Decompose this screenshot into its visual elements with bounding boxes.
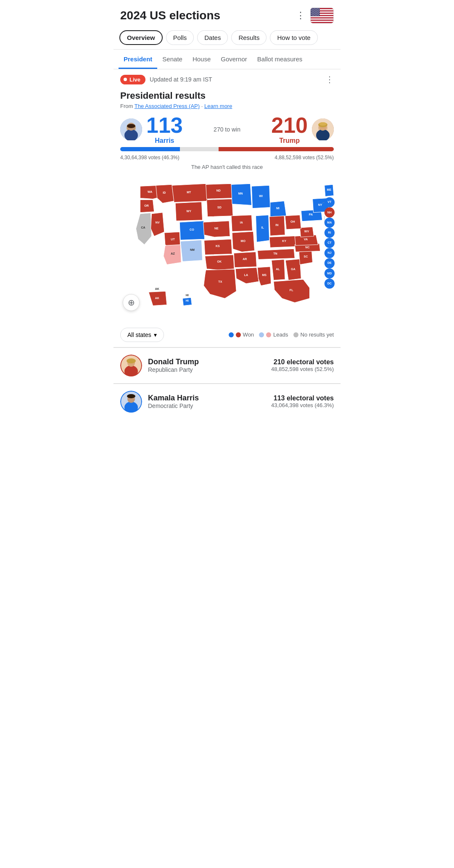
state-sd: [207, 199, 233, 216]
zoom-button[interactable]: ⊕: [123, 294, 140, 311]
bubble-label-nh: NH: [327, 211, 332, 214]
trump-list-info: Donald Trump Republican Party: [148, 358, 265, 373]
svg-point-36: [312, 13, 313, 14]
map-svg: WA OR CA ID NV MT WY UT CO AZ: [117, 174, 337, 318]
harris-list-item: Kamala Harris Democratic Party 113 elect…: [114, 384, 340, 419]
legend-no-results: No results yet: [293, 331, 334, 338]
state-ak: [149, 291, 167, 305]
electoral-map: WA OR CA ID NV MT WY UT CO AZ: [114, 174, 340, 319]
legend-red-dot: [236, 332, 241, 337]
tab-senate[interactable]: Senate: [157, 50, 187, 69]
source-link[interactable]: The Associated Press (AP): [135, 103, 200, 109]
state-ks: [204, 239, 232, 255]
svg-point-11: [316, 8, 317, 9]
svg-point-63: [319, 122, 327, 126]
page-header: 2024 US elections ⋮: [114, 0, 340, 28]
svg-point-16: [315, 9, 316, 10]
state-al: [272, 260, 285, 280]
svg-point-48: [313, 15, 314, 16]
legend-no-results-label: No results yet: [301, 331, 334, 338]
svg-point-76: [127, 394, 135, 398]
svg-point-23: [317, 10, 318, 11]
svg-point-46: [319, 14, 319, 15]
harris-popular-votes-full: 43,064,398 votes (46.3%): [271, 402, 334, 408]
updated-text: Updated at 9:19 am IST: [150, 76, 212, 83]
svg-point-51: [318, 15, 319, 16]
ap-notice: The AP hasn't called this race: [114, 162, 340, 174]
state-nv: [151, 213, 164, 236]
harris-electoral-votes-full: 113 electoral votes: [271, 395, 334, 402]
category-tabs: President Senate House Governor Ballot m…: [114, 50, 340, 69]
svg-point-45: [317, 14, 318, 15]
trump-side: 210 Trump: [244, 114, 334, 145]
header-actions: ⋮: [296, 8, 334, 24]
state-oh: [285, 215, 301, 229]
chevron-down-icon: ▾: [154, 331, 157, 338]
harris-party: Democratic Party: [148, 402, 265, 409]
state-me: [325, 184, 334, 196]
tab-ballot-measures[interactable]: Ballot measures: [252, 50, 308, 69]
state-il: [256, 215, 269, 242]
nav-tab-how-to-vote[interactable]: How to vote: [270, 30, 317, 45]
svg-point-22: [316, 10, 317, 11]
more-options-icon[interactable]: ⋮: [325, 74, 334, 84]
svg-point-34: [317, 12, 318, 13]
state-wy: [175, 202, 202, 221]
svg-point-14: [312, 9, 313, 10]
legend-leads-label: Leads: [273, 331, 288, 338]
harris-bar: [120, 147, 180, 151]
legend-gray-dot: [293, 332, 298, 337]
legend-leads: Leads: [259, 331, 288, 338]
flag-icon: [310, 8, 334, 24]
learn-more-link[interactable]: Learn more: [204, 103, 232, 109]
legend-row: All states ▾ Won Leads No results yet: [114, 323, 340, 347]
svg-point-13: [319, 8, 319, 9]
svg-point-20: [313, 10, 314, 11]
svg-point-71: [127, 358, 136, 363]
bubble-label-ri: RI: [328, 231, 331, 234]
bubble-label-de: DE: [327, 261, 332, 264]
live-badge: Live: [120, 75, 145, 84]
page-title: 2024 US elections: [120, 9, 220, 22]
svg-point-10: [314, 8, 315, 9]
svg-point-39: [317, 13, 317, 14]
trump-name: Trump: [271, 137, 308, 145]
svg-rect-5: [311, 18, 333, 20]
trump-full-name: Donald Trump: [148, 358, 265, 366]
state-id: [156, 184, 174, 203]
tab-president[interactable]: President: [119, 50, 157, 69]
bubble-label-ct: CT: [327, 241, 332, 244]
trump-votes-block: 210 Trump: [271, 114, 308, 145]
svg-point-50: [317, 15, 317, 16]
tab-governor[interactable]: Governor: [216, 50, 252, 69]
nav-tab-overview[interactable]: Overview: [119, 30, 163, 45]
svg-point-9: [313, 8, 314, 9]
svg-point-25: [312, 11, 313, 12]
live-bar: Live Updated at 9:19 am IST ⋮: [114, 69, 340, 88]
legend-blue-dot: [229, 332, 234, 337]
tab-house[interactable]: House: [187, 50, 216, 69]
trump-popular-votes: 4,88,52,598 votes (52.5%): [275, 155, 334, 160]
state-wi: [251, 185, 270, 208]
harris-list-info: Kamala Harris Democratic Party: [148, 394, 265, 409]
more-icon[interactable]: ⋮: [296, 10, 305, 21]
trump-bar: [219, 147, 334, 151]
bubble-label-md: MD: [327, 272, 332, 275]
trump-party: Republican Party: [148, 366, 265, 373]
nav-tab-dates[interactable]: Dates: [197, 30, 228, 45]
svg-point-57: [127, 124, 135, 128]
svg-point-47: [312, 15, 313, 16]
to-win-label: 270 to win: [210, 126, 244, 133]
nav-tab-results[interactable]: Results: [231, 30, 267, 45]
state-tx: [204, 269, 237, 299]
svg-point-26: [313, 11, 314, 12]
progress-bar: [120, 147, 334, 151]
nav-tab-polls[interactable]: Polls: [166, 30, 194, 45]
svg-point-49: [315, 15, 316, 16]
trump-list-item: Donald Trump Republican Party 210 electo…: [114, 347, 340, 383]
svg-point-44: [316, 14, 317, 15]
svg-point-28: [317, 11, 317, 12]
all-states-button[interactable]: All states ▾: [120, 328, 164, 342]
trump-list-votes: 210 electoral votes 48,852,598 votes (52…: [271, 358, 334, 372]
svg-point-33: [316, 12, 317, 13]
